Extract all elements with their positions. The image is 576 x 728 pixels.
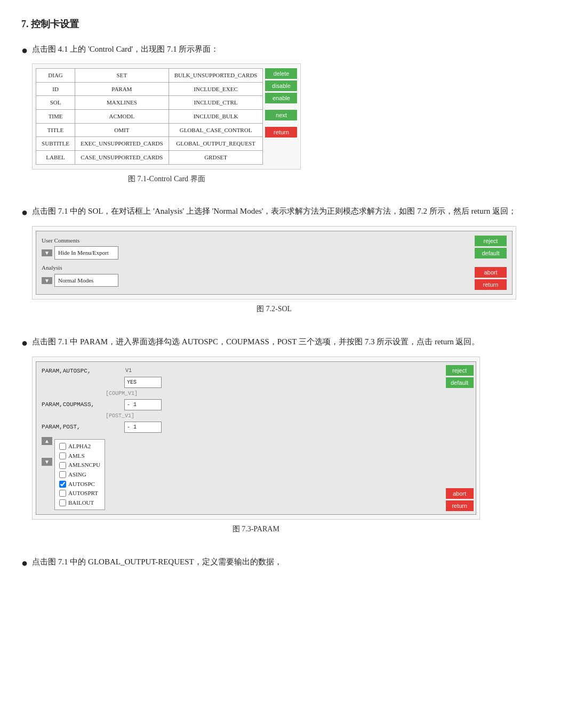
param-coupmass-label: PARAM,COUPMASS, xyxy=(42,400,124,410)
autospc-checkbox[interactable] xyxy=(59,481,66,488)
bullet-dot-2: ● xyxy=(21,204,28,220)
param-return-button[interactable]: return xyxy=(446,500,474,511)
cc-buttons: delete disable enable next return xyxy=(265,68,297,165)
param-v1-label: V1 xyxy=(125,366,132,375)
param-list: ALPHA2 AMLS AMLSNCPU xyxy=(54,439,105,510)
param-default-button[interactable]: default xyxy=(446,377,474,388)
disable-button[interactable]: disable xyxy=(265,80,297,91)
amlsncpu-label: AMLSNCPU xyxy=(68,460,100,470)
sol-dialog: User Comments ▼ Hide In Menu/Export Anal… xyxy=(36,231,513,295)
sol-hide-field: Hide In Menu/Export xyxy=(54,246,118,260)
param-post-label: PARAM,POST, xyxy=(42,422,124,432)
bullet-item-1: ● 点击图 4.1 上的 'Control Card'，出现图 7.1 所示界面… xyxy=(21,42,555,195)
param-reject-button[interactable]: reject xyxy=(446,365,474,376)
autospc-label: AUTOSPC xyxy=(68,480,95,489)
bailout-checkbox[interactable] xyxy=(59,499,66,506)
bullet-dot-4: ● xyxy=(21,555,28,571)
sol-return-button[interactable]: return xyxy=(475,279,507,290)
sol-user-comments-row: User Comments ▼ Hide In Menu/Export xyxy=(42,236,473,260)
table-cell: OMIT xyxy=(75,123,169,137)
bullet-item-4: ● 点击图 7.1 中的 GLOBAL_OUTPUT-REQUEST，定义需要输… xyxy=(21,555,555,571)
param-autosprt-item: AUTOSPRT xyxy=(59,489,100,498)
enable-button[interactable]: enable xyxy=(265,93,297,103)
sol-analysis-arrow[interactable]: ▼ xyxy=(42,277,52,284)
table-row: TITLE OMIT GLOBAL_CASE_CONTROL xyxy=(36,123,263,137)
figure-1-caption: 图 7.1-Control Card 界面 xyxy=(32,173,301,185)
table-cell: TITLE xyxy=(36,123,75,137)
sol-hide-dropdown: ▼ Hide In Menu/Export xyxy=(42,246,473,260)
bullet-text-1: 点击图 4.1 上的 'Control Card'，出现图 7.1 所示界面： xyxy=(32,42,301,56)
table-cell: PARAM xyxy=(75,82,169,96)
figure-3-caption: 图 7.3-PARAM xyxy=(32,523,479,536)
table-cell: ID xyxy=(36,82,75,96)
param-dialog: PARAM,AUTOSPC, V1 YES [COUPM_V1] xyxy=(36,361,476,515)
table-cell: BULK_UNSUPPORTED_CARDS xyxy=(169,68,263,82)
param-coupm-label-line: [COUPM_V1] xyxy=(42,389,438,398)
sol-analysis-row: Analysis ▼ Normal Modes xyxy=(42,263,473,287)
table-row: DIAG SET BULK_UNSUPPORTED_CARDS xyxy=(36,68,263,82)
table-cell: TIME xyxy=(36,109,75,123)
param-alpha2-item: ALPHA2 xyxy=(59,442,100,451)
cc-main: DIAG SET BULK_UNSUPPORTED_CARDS ID PARAM… xyxy=(36,68,263,165)
amls-checkbox[interactable] xyxy=(59,452,66,459)
scroll-down-button[interactable]: ▼ xyxy=(42,458,52,466)
table-row: LABEL CASE_UNSUPPORTED_CARDS GRDSET xyxy=(36,150,263,164)
bullet-text-4: 点击图 7.1 中的 GLOBAL_OUTPUT-REQUEST，定义需要输出的… xyxy=(32,555,282,569)
table-cell: INCLUDE_CTRL xyxy=(169,96,263,110)
bullet-text-2: 点击图 7.1 中的 SOL，在对话框上 'Analysis' 上选择 'Nor… xyxy=(32,204,516,218)
table-cell: LABEL xyxy=(36,150,75,164)
param-autospc-label: PARAM,AUTOSPC, xyxy=(42,366,124,376)
sol-buttons: reject default abort return xyxy=(475,236,507,290)
param-bailout-item: BAILOUT xyxy=(59,498,100,508)
table-row: SUBTITLE EXEC_UNSUPPORTED_CARDS GLOBAL_O… xyxy=(36,137,263,151)
param-right: reject default abort return xyxy=(444,362,476,515)
sol-hide-arrow[interactable]: ▼ xyxy=(42,249,52,256)
bullet-item-3: ● 点击图 7.1 中 PARAM，进入界面选择勾选 AUTOSPC，COUPM… xyxy=(21,335,555,545)
table-cell: GLOBAL_CASE_CONTROL xyxy=(169,123,263,137)
autosprt-checkbox[interactable] xyxy=(59,490,66,497)
sol-reject-button[interactable]: reject xyxy=(475,236,507,246)
alpha2-label: ALPHA2 xyxy=(68,442,91,451)
amls-label: AMLS xyxy=(68,451,85,461)
table-cell: MAXLINES xyxy=(75,96,169,110)
figure-2-caption: 图 7.2-SOL xyxy=(32,303,516,316)
delete-button[interactable]: delete xyxy=(265,68,297,79)
param-post-line: PARAM,POST, - 1 xyxy=(42,422,438,433)
bullet-dot-3: ● xyxy=(21,335,28,351)
bullet-text-3: 点击图 7.1 中 PARAM，进入界面选择勾选 AUTOSPC，COUPMAS… xyxy=(32,335,479,349)
asing-label: ASING xyxy=(68,470,86,480)
table-cell: INCLUDE_BULK xyxy=(169,109,263,123)
param-list-section: ▲ ▼ ALPHA2 AMLS xyxy=(42,437,438,510)
control-card-table: DIAG SET BULK_UNSUPPORTED_CARDS ID PARAM… xyxy=(36,68,263,165)
table-row: ID PARAM INCLUDE_EXEC xyxy=(36,82,263,96)
amlsncpu-checkbox[interactable] xyxy=(59,462,66,469)
sol-analysis-dropdown: ▼ Normal Modes xyxy=(42,274,473,287)
next-button[interactable]: next xyxy=(265,110,297,120)
param-autospc-item: AUTOSPC xyxy=(59,480,100,489)
param-post-v1-label: [POST_V1] xyxy=(42,411,134,420)
table-cell: ACMODL xyxy=(75,109,169,123)
scroll-spacer xyxy=(42,446,52,457)
param-scroll-controls: ▲ ▼ xyxy=(42,437,52,466)
autosprt-label: AUTOSPRT xyxy=(68,489,98,498)
param-abort-button[interactable]: abort xyxy=(446,488,474,499)
param-coupmass-field: - 1 xyxy=(124,399,162,410)
bullet-dot-1: ● xyxy=(21,42,28,58)
bailout-label: BAILOUT xyxy=(68,498,94,508)
scroll-up-button[interactable]: ▲ xyxy=(42,437,52,445)
sol-default-button[interactable]: default xyxy=(475,248,507,258)
param-autospc-line: PARAM,AUTOSPC, V1 xyxy=(42,366,438,376)
figure-1-container: DIAG SET BULK_UNSUPPORTED_CARDS ID PARAM… xyxy=(32,63,301,169)
param-coupmass-line: PARAM,COUPMASS, - 1 xyxy=(42,399,438,410)
table-cell: EXEC_UNSUPPORTED_CARDS xyxy=(75,137,169,151)
table-cell: GLOBAL_OUTPUT_REQUEST xyxy=(169,137,263,151)
section-title: 7. 控制卡设置 xyxy=(21,16,555,33)
sol-abort-button[interactable]: abort xyxy=(475,267,507,278)
cc-table-wrap: DIAG SET BULK_UNSUPPORTED_CARDS ID PARAM… xyxy=(36,68,297,165)
table-row: SOL MAXLINES INCLUDE_CTRL xyxy=(36,96,263,110)
asing-checkbox[interactable] xyxy=(59,471,66,478)
alpha2-checkbox[interactable] xyxy=(59,443,66,450)
return-button[interactable]: return xyxy=(265,127,297,137)
param-left: PARAM,AUTOSPC, V1 YES [COUPM_V1] xyxy=(36,362,443,515)
param-coupm-v1-label: [COUPM_V1] xyxy=(42,389,138,398)
